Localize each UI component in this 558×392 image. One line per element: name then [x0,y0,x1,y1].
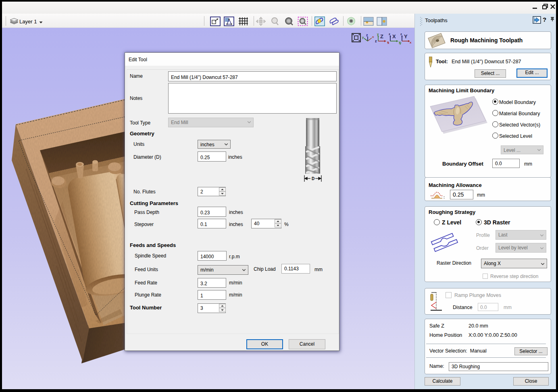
svg-text:y: y [399,40,401,44]
svg-text:x: x [410,41,412,44]
svg-text:Z: Z [380,33,383,39]
svg-text:x: x [372,35,374,39]
svg-text:z: z [366,33,368,37]
svg-text:z: z [375,39,377,43]
svg-text:x: x [387,40,389,44]
svg-text:X: X [392,33,396,39]
svg-text:z: z [389,32,390,36]
svg-text:D: D [312,176,314,181]
svg-text:y: y [377,32,379,36]
svg-text:Y: Y [404,33,408,39]
svg-text:y: y [362,35,364,39]
svg-text:z: z [400,32,402,36]
